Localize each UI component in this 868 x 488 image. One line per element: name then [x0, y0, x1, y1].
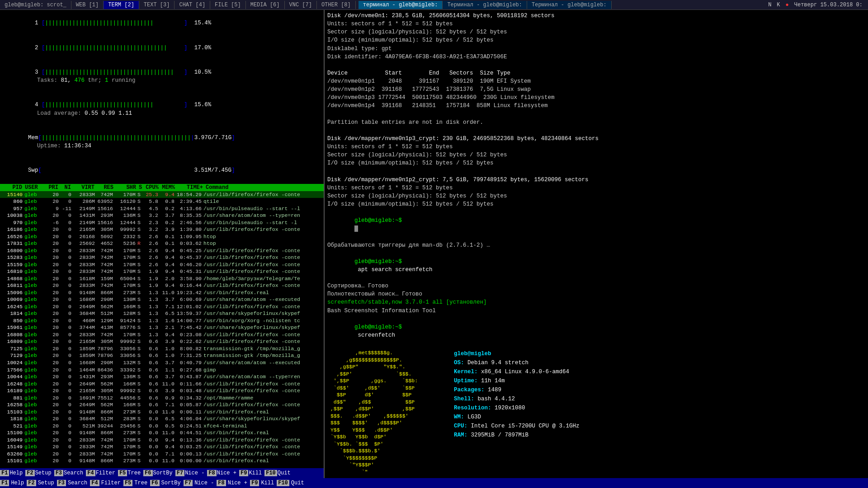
terminal-line: I/O size (minimum/optimal): 512 bytes / … — [327, 200, 865, 208]
terminal-line: Disk /dev/nvme0n1: 238,5 GiB, 2560605143… — [327, 12, 865, 20]
fkey-quit[interactable]: F10Quit — [264, 470, 293, 476]
tab-text[interactable]: TEXT [3] — [139, 1, 175, 9]
main-content: 1 [|||||||||||||||||||||||||||||||| ] 15… — [0, 10, 868, 478]
bottom-fkey-f9[interactable]: F9 Kill — [250, 480, 276, 486]
tab-term1[interactable]: терминал - gleb@migleb: — [359, 1, 443, 9]
bottom-action-sortby: SortBy — [160, 480, 183, 486]
bottom-fkey-f8[interactable]: F8 Nice + — [217, 480, 249, 486]
bottom-action-nice-down: Nice - — [193, 480, 216, 486]
bottom-fkey-label: F4 — [90, 480, 99, 486]
table-row[interactable]: 17566gleb2001464M8643633392S0.61.10:27.6… — [0, 366, 324, 374]
bottom-fkey-f2[interactable]: F2 Setup — [27, 480, 56, 486]
terminal-line — [327, 61, 865, 69]
fkey-tree[interactable]: F5Tree — [118, 470, 143, 476]
tab-term2[interactable]: Терминал - gleb@migleb: — [443, 1, 527, 9]
terminal-line: I/O size (minimum/optimal): 512 bytes / … — [327, 36, 865, 44]
terminal-line: Disklabel type: gpt — [327, 45, 865, 53]
table-row[interactable]: 16189gleb2002165M305M99992S0.63.90:03.48… — [0, 387, 324, 394]
table-row[interactable]: 10038gleb2001431M293M136MS3.23.78:35.35/… — [0, 212, 324, 219]
bottom-fkey-f7[interactable]: F7 Nice - — [184, 480, 216, 486]
tab-web[interactable]: WEB [1] — [71, 1, 104, 9]
bottom-action-quit: Quit — [289, 480, 306, 486]
terminal-line: gleb@migleb:~$ apt search screenfetch — [327, 249, 865, 282]
terminal-line — [327, 127, 865, 135]
tab-main[interactable]: gleb@migleb: scrot_ — [0, 1, 71, 9]
table-row[interactable]: 7125gleb2001859M7879633056S0.61.08:00.82… — [0, 345, 324, 352]
table-row[interactable]: 14868gleb2001618M159M65004S1.92.03:58.90… — [0, 275, 324, 282]
fkey-nice-down[interactable]: F7Nice - — [175, 470, 208, 476]
bottom-action-help: Help — [9, 480, 26, 486]
tab-term3[interactable]: Терминал - gleb@migleb: — [527, 1, 612, 9]
table-row[interactable]: 860gleb200286M6395216120S5.80.82:39.45qt… — [0, 198, 324, 205]
table-row[interactable]: 15961gleb2003744M413M85776S1.32.17:45.42… — [0, 324, 324, 331]
cpu2-bar: 2 [|||||||||||||||||||||||||||||||||||| … — [1, 35, 323, 60]
table-row[interactable]: 16800gleb2002833M742M170MS2.69.40:45.25/… — [0, 247, 324, 254]
table-row[interactable]: 16049gleb2002833M742M170MS0.09.40:13.36/… — [0, 436, 324, 444]
tab-other[interactable]: OTHER [8] — [317, 1, 356, 9]
table-row[interactable]: 16245gleb2002649M562M166MS1.37.112:01.02… — [0, 303, 324, 310]
bottom-fkey-f3[interactable]: F3 Search — [57, 480, 90, 486]
table-row[interactable]: 15096gleb2009148M866M273MS1.311.019:23.4… — [0, 289, 324, 296]
table-row[interactable]: 10024gleb2001668M290M132MS0.63.70:40.79/… — [0, 359, 324, 366]
tab-file[interactable]: FILE [5] — [210, 1, 246, 9]
status-icon-red: ● — [784, 2, 791, 8]
table-row[interactable]: 1818gleb2003684M512M283MS0.06.54:06.04/u… — [0, 415, 324, 422]
bottom-fkey-f1[interactable]: F1 Help — [0, 480, 26, 486]
table-row[interactable]: 521gleb200521M3924425456S0.00.50:24.51xf… — [0, 422, 324, 430]
table-row[interactable]: 15159gleb2002833M742M170MS2.69.40:46.20/… — [0, 261, 324, 268]
tab-media[interactable]: MEDIA [6] — [246, 1, 285, 9]
bottom-action-search: Search — [66, 480, 89, 486]
table-row[interactable]: 63260gleb2002833M742M170MS0.07.10:00.13/… — [0, 450, 324, 458]
tab-vnc[interactable]: VNC [7] — [285, 1, 317, 9]
terminal-line: I/O size (minimum/optimal): 512 bytes / … — [327, 159, 865, 167]
bottom-action-nice-up: Nice + — [226, 480, 249, 486]
table-row[interactable]: 17831gleb2002569246525236R2.60.10:03.62h… — [0, 240, 324, 247]
fkey-nice-up[interactable]: F8Nice + — [207, 470, 239, 476]
table-row[interactable]: 16186gleb2002165M305M99992S3.23.91:39.80… — [0, 226, 324, 233]
fkey-search[interactable]: F3Search — [54, 470, 86, 476]
bottom-fkey-f5[interactable]: F5 Tree — [123, 480, 149, 486]
fkey-sortby[interactable]: F6SortBy — [143, 470, 175, 476]
fkey-setup[interactable]: F2Setup — [25, 470, 54, 476]
table-row[interactable]: 15100gleb2009148M866M273MS0.011.00:44.51… — [0, 429, 324, 436]
table-row[interactable]: 16809gleb2002165M305M99992S0.63.90:22.62… — [0, 338, 324, 345]
table-row[interactable]: 16248gleb2002649M562M166MS0.611.00:11.66… — [0, 380, 324, 388]
table-row[interactable]: 16258gleb2002649M562M166MS0.67.10:05.87/… — [0, 401, 324, 408]
table-row[interactable]: 15140 gleb 20 0 2833M 742M 170M S 25.3 9… — [0, 191, 324, 198]
topbar: gleb@migleb: scrot_ WEB [1] TERM [2] TEX… — [0, 0, 868, 10]
screenfetch-info: gleb@migleb OS: Debian 9.4 stretch Kerne… — [454, 349, 580, 475]
bottom-action-kill: Kill — [259, 480, 276, 486]
bottom-fkey-f6[interactable]: F6 SortBy — [150, 480, 183, 486]
table-row[interactable]: 850gleb200460M129M91424S1.31.614:00.77/u… — [0, 317, 324, 324]
table-row[interactable]: 16811gleb2002833M742M170MS1.99.40:16.44/… — [0, 282, 324, 289]
mem-bar: Mem[||||||||||||||||||||||||||||||||||||… — [1, 126, 323, 159]
table-row[interactable]: 15103gleb2009148M866M273MS0.011.00:00.11… — [0, 408, 324, 416]
bottom-fkey-label: F1 — [0, 480, 9, 486]
terminal-line: Disk identifier: 4A079EA6-6F3B-4683-A921… — [327, 53, 865, 61]
terminal-line: /dev/nvme0n1p1 2048 391167 389120 190M E… — [327, 77, 865, 85]
fkey-kill[interactable]: F9Kill — [239, 470, 264, 476]
table-row[interactable]: 16808gleb2002833M742M170MS1.39.40:23.08/… — [0, 331, 324, 338]
table-row[interactable]: 16810gleb2002833M742M170MS1.99.40:45.31/… — [0, 268, 324, 275]
fkey-filter[interactable]: F4Filter — [86, 470, 118, 476]
tab-term[interactable]: TERM [2] — [104, 1, 139, 9]
terminal-line: Units: sectors of 1 * 512 = 512 bytes — [327, 184, 865, 192]
fkey-help[interactable]: F1Help — [0, 470, 25, 476]
table-row[interactable]: 881gleb2001691M7551244556S0.60.90:34.32/… — [0, 394, 324, 402]
tab-chat[interactable]: CHAT [4] — [175, 1, 210, 9]
table-row[interactable]: 16526gleb2002616850922332S2.60.11:09.95h… — [0, 233, 324, 240]
table-row[interactable]: 7129gleb2001859M7879633056S0.61.07:31.25… — [0, 352, 324, 359]
terminal-line: Units: sectors of 1 * 512 = 512 bytes — [327, 143, 865, 151]
table-row[interactable]: 1814gleb2003684M512M128MS1.36.513:59.37/… — [0, 310, 324, 317]
bottom-fkey-f4[interactable]: F4 Filter — [90, 480, 123, 486]
table-row[interactable]: 970gleb-602149M1561612444S2.30.22:46.56/… — [0, 219, 324, 226]
table-row[interactable]: 15283gleb2002833M742M170MS2.69.40:45.37/… — [0, 254, 324, 261]
table-row[interactable]: 957gleb9-112149M1561612444S4.50.24:13.66… — [0, 205, 324, 212]
bottom-fkey-f10[interactable]: F10 Quit — [277, 480, 306, 486]
table-row[interactable]: 15101gleb2009148M866M273MS0.011.00:00.00… — [0, 457, 324, 465]
terminal-line: Units: sectors of 1 * 512 = 512 bytes — [327, 20, 865, 28]
table-row[interactable]: 10069gleb2001686M290M130MS1.33.76:00.69/… — [0, 296, 324, 303]
table-row[interactable]: 10044gleb2001431M293M136MS0.63.70:43.87/… — [0, 373, 324, 380]
terminal-line: Sector size (logical/physical): 512 byte… — [327, 192, 865, 200]
table-row[interactable]: 15149gleb2002833M742M170MS0.09.40:03.25/… — [0, 443, 324, 450]
